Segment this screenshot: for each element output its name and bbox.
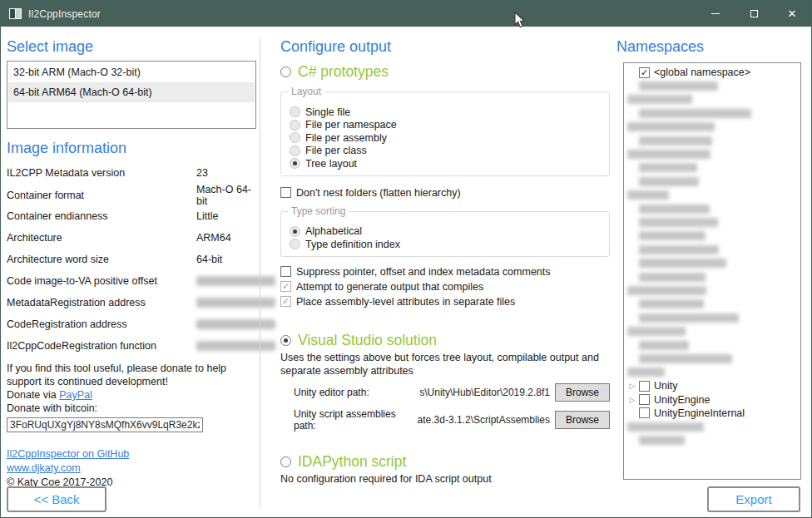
radio-file-per-assembly[interactable]: File per assembly — [290, 131, 601, 145]
image-item-64bit[interactable]: 64-bit ARM64 (Mach-O 64-bit) — [8, 82, 255, 102]
expander-icon[interactable]: ▷ — [626, 396, 639, 404]
namespace-checkbox[interactable] — [639, 381, 650, 392]
radio-file-per-class[interactable]: File per class — [290, 145, 601, 158]
compilable-output-checkbox[interactable]: ✓Attempt to generate output that compile… — [280, 279, 610, 294]
namespace-item[interactable]: ▷UnityEngine — [626, 392, 799, 406]
namespace-item[interactable]: ✓<global namespace> — [626, 66, 799, 79]
namespace-item-redacted — [626, 420, 799, 433]
redacted-namespace — [639, 177, 699, 186]
info-label: Code image-to-VA positive offset — [7, 275, 196, 287]
image-information-heading: Image information — [7, 139, 256, 157]
idapython-label: IDAPython script — [298, 453, 406, 471]
namespace-checkbox[interactable] — [639, 394, 650, 405]
checkbox-icon — [280, 266, 291, 277]
redacted-value — [196, 276, 275, 286]
info-row: MetadataRegistration address — [7, 292, 256, 313]
separate-attributes-checkbox[interactable]: ✓Place assembly-level attributes in sepa… — [280, 294, 610, 309]
redacted-namespace — [639, 354, 732, 363]
image-item-32bit[interactable]: 32-bit ARM (Mach-O 32-bit) — [8, 62, 255, 82]
redacted-namespace — [627, 422, 704, 432]
bitcoin-address-input[interactable] — [7, 417, 203, 432]
back-button[interactable]: << Back — [7, 486, 106, 512]
info-value: Little — [196, 210, 256, 222]
visual-studio-radio[interactable]: Visual Studio solution — [280, 332, 610, 349]
radio-single-file[interactable]: Single file — [290, 106, 601, 119]
idapython-radio[interactable]: IDAPython script — [280, 453, 610, 471]
maximize-button[interactable] — [735, 1, 773, 27]
info-row: CodeRegistration address — [7, 313, 256, 335]
links-block: Il2CppInspector on GitHub www.djkaty.com… — [7, 447, 256, 490]
redacted-namespace — [627, 286, 706, 295]
namespace-item-redacted — [626, 311, 799, 324]
redacted-value — [196, 341, 275, 351]
namespace-item-redacted — [626, 147, 799, 160]
bitcoin-label: Donate with bitcoin: — [7, 402, 256, 415]
namespace-checkbox[interactable]: ✓ — [639, 67, 650, 78]
info-row: IL2CPP Metadata version23 — [7, 162, 256, 184]
redacted-namespace — [639, 313, 739, 323]
csharp-prototypes-radio[interactable]: C# prototypes — [280, 63, 610, 81]
unity-editor-path-value: s\Unity\Hub\Editor\2019.2.8f1 — [413, 387, 555, 398]
unity-script-browse-button[interactable]: Browse — [555, 411, 610, 429]
namespaces-panel: Namespaces ✓<global namespace>▷Unity▷Uni… — [616, 37, 806, 480]
namespace-item-redacted — [626, 134, 799, 147]
suppress-metadata-checkbox[interactable]: Suppress pointer, offset and index metad… — [280, 264, 610, 279]
radio-icon — [290, 120, 300, 131]
namespace-item-redacted — [626, 284, 799, 297]
checkbox-label: Place assembly-level attributes in separ… — [296, 296, 515, 308]
donate-via-line: Donate via PayPal — [7, 388, 256, 402]
namespace-item[interactable]: UnityEngineInternal — [626, 407, 799, 420]
image-listbox[interactable]: 32-bit ARM (Mach-O 32-bit) 64-bit ARM64 … — [7, 61, 256, 129]
radio-label: File per assembly — [305, 132, 387, 144]
radio-icon — [290, 226, 300, 237]
radio-icon — [290, 158, 300, 169]
info-label: Il2CppCodeRegistration function — [7, 340, 196, 352]
redacted-namespace — [639, 81, 718, 91]
app-window: Il2CppInspector ✕ Select image 32-bit AR… — [0, 0, 812, 518]
namespace-label: UnityEngine — [654, 394, 710, 406]
redacted-namespace — [627, 122, 715, 131]
namespace-tree[interactable]: ✓<global namespace>▷Unity▷UnityEngineUni… — [623, 62, 801, 480]
flatten-checkbox[interactable]: Don't nest folders (flatten hierarchy) — [280, 186, 610, 200]
redacted-namespace — [639, 341, 689, 350]
info-row: Container endiannessLittle — [7, 205, 256, 227]
titlebar[interactable]: Il2CppInspector ✕ — [1, 1, 811, 27]
radio-tree-layout[interactable]: Tree layout — [290, 157, 601, 170]
redacted-namespace — [639, 218, 718, 227]
info-label: Container format — [7, 190, 196, 201]
djkaty-link[interactable]: www.djkaty.com — [7, 462, 81, 474]
radio-type-definition-index[interactable]: Type definition index — [290, 238, 601, 251]
redacted-value — [196, 298, 275, 308]
radio-icon — [290, 132, 300, 143]
namespace-checkbox[interactable] — [639, 407, 650, 418]
unity-editor-path-label: Unity editor path: — [280, 387, 413, 398]
info-row: Container formatMach-O 64-bit — [7, 184, 256, 205]
visual-studio-label: Visual Studio solution — [298, 332, 437, 349]
paypal-link[interactable]: PayPal — [59, 389, 92, 401]
redacted-namespace — [639, 259, 726, 268]
unity-editor-browse-button[interactable]: Browse — [555, 383, 610, 402]
radio-label: Tree layout — [305, 158, 357, 170]
export-button[interactable]: Export — [707, 486, 800, 512]
redacted-namespace — [639, 163, 697, 172]
close-button[interactable]: ✕ — [773, 1, 811, 27]
namespace-item[interactable]: ▷Unity — [626, 379, 799, 392]
select-image-panel: Select image 32-bit ARM (Mach-O 32-bit) … — [7, 37, 256, 490]
redacted-namespace — [639, 245, 719, 254]
radio-alphabetical[interactable]: Alphabetical — [290, 225, 601, 239]
checkbox-icon: ✓ — [280, 281, 291, 292]
info-label: Container endianness — [7, 210, 196, 222]
app-icon — [9, 8, 22, 19]
namespace-item-redacted — [626, 106, 799, 120]
radio-file-per-namespace[interactable]: File per namespace — [290, 119, 601, 132]
info-value: 23 — [196, 167, 256, 179]
namespace-item-redacted — [626, 79, 799, 92]
info-row: Code image-to-VA positive offset — [7, 270, 256, 292]
minimize-button[interactable] — [696, 1, 735, 27]
namespace-item-redacted — [626, 352, 799, 365]
checkbox-label: Suppress pointer, offset and index metad… — [296, 266, 551, 278]
column-divider — [260, 37, 260, 508]
github-link[interactable]: Il2CppInspector on GitHub — [7, 448, 129, 460]
expander-icon[interactable]: ▷ — [626, 382, 639, 390]
donate-via-prefix: Donate via — [7, 389, 59, 401]
